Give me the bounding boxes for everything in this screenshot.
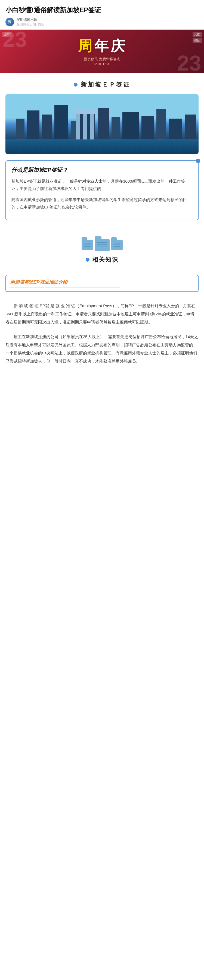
folder-icon-container: [5, 230, 199, 251]
building-3: [42, 115, 52, 140]
building-4: [55, 105, 68, 140]
mbs-tower-1: [76, 113, 80, 140]
ep-heading-section: 新加坡ＥＰ签证: [0, 73, 204, 94]
banner-center: 周 年 庆 投资移民 免费华客咨询 12.01-12.31: [78, 37, 126, 66]
related-circle-dot: [86, 258, 90, 262]
content-para-2: 雇主在新加坡注册的公司（如果雇员在25人以上），需要首先把岗位招聘广告公布给当地…: [5, 333, 199, 365]
meta-info: 深圳纬博出国 深圳纬博出国 前天: [16, 18, 44, 27]
what-is-para1: 新加坡EP签证就是就业准证，一般是针对专业人士的，月薪在3600新币以上而发出的…: [11, 178, 193, 192]
banner-date: 12.01-12.31: [78, 62, 126, 66]
building-10: [141, 116, 154, 140]
building-8: [111, 117, 120, 140]
banner-sub-text: 投资移民 免费华客咨询: [78, 57, 126, 62]
city-photo: [5, 94, 199, 154]
article-meta: 深 深圳纬博出国 深圳纬博出国 前天: [5, 18, 199, 27]
avatar: 深: [5, 18, 14, 26]
circle-dot-icon: [74, 83, 77, 87]
folder-line-main-2: [97, 244, 108, 245]
bold-phrase: 针对专业人士: [78, 179, 103, 183]
mbs-tower-3: [90, 113, 94, 140]
meta-sub: 深圳纬博出国 前天: [16, 22, 44, 27]
what-is-title: 什么是新加坡EP签证？: [11, 166, 193, 174]
building-1: [16, 119, 24, 140]
folder-icon-small-left: [82, 240, 93, 250]
building-11: [156, 109, 166, 140]
folder-lines-main: [97, 242, 108, 248]
banner-main-text: 周 年 庆: [78, 37, 126, 56]
what-is-section: 什么是新加坡EP签证？ 新加坡EP签证就是就业准证，一般是针对专业人士的，月薪在…: [5, 161, 199, 220]
building-9: [122, 112, 139, 140]
banner-corner-tags: 其国 德国: [193, 32, 202, 43]
building-13: [185, 115, 196, 140]
building-7: [98, 108, 109, 140]
building-12: [169, 119, 182, 140]
article-title: 小白秒懂!通俗解读新加坡EP签证: [5, 5, 199, 15]
content-section: 新 加 坡 签 证 EP就 是 就 业 准 证（Employment Pass）…: [0, 298, 204, 377]
related-heading-text: 相关知识: [92, 256, 118, 264]
related-section: 相关知识: [0, 227, 204, 275]
folder-line-r1: [113, 243, 120, 243]
ep-intro-box: 新加坡签证EP就业准证介绍: [5, 275, 199, 292]
author-name: 深圳纬博出国: [16, 18, 44, 22]
folder-line-main-1: [97, 242, 108, 243]
what-is-para2: 随着国内就业形势的窘迫，近些年来申请去新加坡留学的学生希望通过留学的方式来达到移…: [11, 196, 193, 211]
banner-year-left: 23: [3, 30, 27, 52]
banner-tag-2: 其国: [193, 32, 202, 37]
corner-dot-icon: [196, 159, 200, 163]
anniversary-banner: 土耳 23 周 年 庆 投资移民 免费华客咨询 12.01-12.31 23 其…: [0, 30, 204, 73]
what-is-title-text: 什么是新加坡EP签证？: [11, 167, 68, 173]
folder-line-r3: [113, 247, 120, 247]
folder-lines: [84, 243, 91, 248]
ep-intro-title-bar: 新加坡签证EP就业准证介绍: [6, 275, 198, 291]
folder-line-r2: [113, 245, 120, 245]
mbs-top-deck: [74, 109, 98, 114]
folder-line-2: [84, 245, 91, 245]
folder-line-3: [84, 247, 91, 247]
folder-lines-right: [113, 243, 120, 248]
article-header: 小白秒懂!通俗解读新加坡EP签证 深 深圳纬博出国 深圳纬博出国 前天: [0, 0, 204, 30]
ep-intro-title: 新加坡签证EP就业准证介绍: [10, 279, 194, 285]
building-2: [27, 110, 39, 140]
ep-heading-text: 新加坡ＥＰ签证: [81, 81, 130, 89]
related-heading-row: 相关知识: [5, 256, 199, 264]
ep-intro-title-underline: [10, 287, 120, 287]
folder-icon-small-right: [111, 240, 123, 250]
banner-year-right: 23: [177, 51, 201, 73]
folder-line-1: [84, 243, 91, 243]
content-para-1: 新 加 坡 签 证 EP就 是 就 业 准 证（Employment Pass）…: [5, 302, 199, 326]
banner-tag-3: 德国: [193, 38, 202, 43]
folder-line-main-3: [97, 246, 108, 247]
folder-icon-large: [95, 239, 109, 251]
mbs-tower-2: [83, 113, 87, 140]
city-water: [5, 139, 199, 154]
banner-inner: 土耳 23 周 年 庆 投资移民 免费华客咨询 12.01-12.31 23 其…: [0, 30, 204, 73]
